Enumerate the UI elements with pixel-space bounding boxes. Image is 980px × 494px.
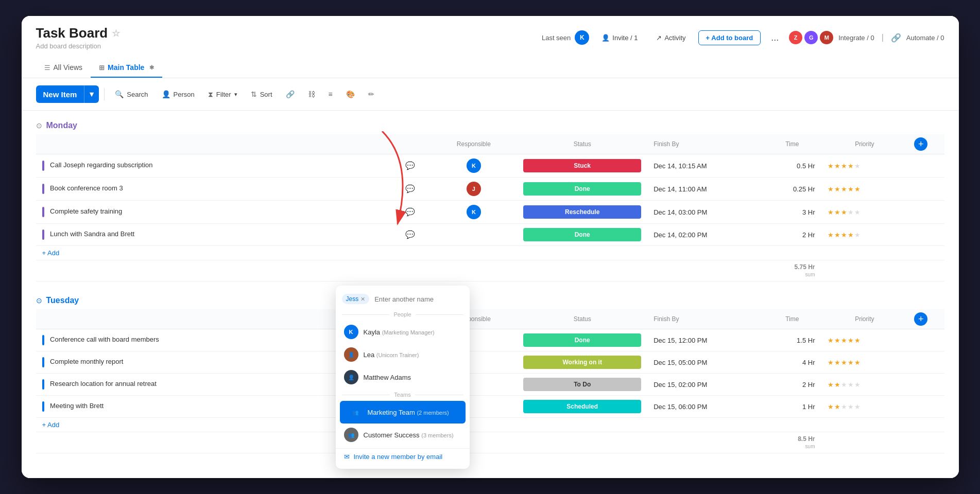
integrate-label[interactable]: Integrate / 0 [838,34,874,42]
tuesday-status-1[interactable]: Done [517,329,647,351]
popup-team-cs[interactable]: 👥 Customer Success (3 members) [336,424,470,446]
chat-icon-1[interactable]: 💬 [405,161,415,170]
tab-all-views-label: All Views [54,63,83,72]
link-icon: 🔗 [286,90,295,98]
monday-status-4[interactable]: Done [517,224,647,246]
monday-bar-1 [42,161,44,171]
monday-status-3[interactable]: Reschedule [517,201,647,224]
rows-button[interactable]: ≡ [323,87,338,101]
remove-person-button[interactable]: ✕ [360,296,365,303]
monday-task-1: Call Joseph regarding subscription [36,154,400,178]
monday-bar-4 [42,230,44,240]
cs-sub: (3 members) [421,432,453,438]
search-label: Search [127,91,148,98]
monday-resp-3[interactable]: K [431,201,518,224]
monday-resp-1[interactable]: K [431,154,518,178]
star-icon[interactable]: ☆ [112,28,120,39]
new-item-button[interactable]: New Item ▾ [36,85,99,103]
th-time-t: Time [763,309,821,329]
more-button[interactable]: ... [767,29,783,46]
filter-label: Filter [216,91,231,98]
popup-invite-row[interactable]: ✉ Invite a new member by email [336,448,470,465]
monday-add-label[interactable]: + Add [36,246,944,260]
popup-person-lea[interactable]: 👤 Lea (Unicorn Trainer) [336,343,470,366]
popup-person-matthew[interactable]: 👤 Matthew Adams [336,366,470,389]
monday-finish-2: Dec 14, 11:00 AM [647,178,763,201]
monday-row-2: Book conference room 3 💬 J Done Dec 14, … [36,178,944,201]
search-button[interactable]: 🔍 Search [110,87,153,101]
person-search-input[interactable] [372,295,463,303]
edit-button[interactable]: ✏ [363,87,380,101]
integrate-icon-1: Z [789,31,802,44]
add-board-button[interactable]: + Add to board [698,30,761,45]
person-button[interactable]: 👤 Person [157,87,200,101]
tuesday-table: Responsible Status Finish By Time Priori… [36,309,944,453]
monday-chat-3[interactable]: 💬 [399,201,430,224]
board-subtitle[interactable]: Add board description [36,42,121,50]
monday-chat-2[interactable]: 💬 [399,178,430,201]
tuesday-add-label[interactable]: + Add [36,418,944,432]
tuesday-finish-4: Dec 15, 06:00 PM [647,396,763,418]
tuesday-priority-1: ★★★★★ [821,329,908,351]
add-column-button[interactable]: + [914,137,927,151]
tuesday-title[interactable]: Tuesday [46,296,79,305]
tuesday-add-row[interactable]: + Add [36,418,944,432]
main-content: ⊙ Monday Responsible Status Finish By Ti… [22,111,959,478]
popup-person-kayla[interactable]: K Kayla (Marketing Manager) [336,321,470,343]
selected-person-tag: Jess ✕ [342,294,370,304]
tuesday-sum-row: 8.5 Hrsum [36,432,944,453]
chat-icon-3[interactable]: 💬 [405,207,415,216]
popup-team-marketing[interactable]: 👥 Marketing Team (2 members) [340,401,466,424]
tuesday-status-3[interactable]: To Do [517,374,647,396]
monday-add-row[interactable]: + Add [36,246,944,260]
tuesday-toggle[interactable]: ⊙ [36,296,42,305]
person-label: Person [174,91,195,98]
tuesday-extra-3 [908,374,944,396]
monday-chat-4[interactable]: 💬 [399,224,430,246]
marketing-name: Marketing Team [368,409,415,416]
automate-label[interactable]: Automate / 0 [906,34,944,42]
monday-chat-1[interactable]: 💬 [399,154,430,178]
tuesday-status-2[interactable]: Working on it [517,351,647,374]
title-area: Task Board ☆ Add board description [36,25,121,50]
monday-resp-4[interactable] [431,224,518,246]
activity-icon: ↗ [656,34,662,42]
chat-icon-4[interactable]: 💬 [405,230,415,239]
person-icon: 👤 [601,34,610,42]
monday-toggle[interactable]: ⊙ [36,121,42,130]
activity-button[interactable]: ↗ Activity [650,31,692,45]
monday-title[interactable]: Monday [46,121,77,130]
palette-button[interactable]: 🎨 [341,87,360,101]
th-add-col-t: + [908,309,944,329]
monday-priority-2: ★★★★★ [821,178,908,201]
stars-1: ★★★★★ [828,162,861,170]
share-button[interactable]: ⛓ [303,87,320,101]
stars-t1: ★★★★★ [828,337,861,344]
monday-extra-3 [908,201,944,224]
header-top: Task Board ☆ Add board description Last … [36,25,944,50]
monday-status-2[interactable]: Done [517,178,647,201]
monday-time-3: 3 Hr [763,201,821,224]
tabs-row: ☰ All Views ⊞ Main Table ✱ [36,56,944,78]
chat-icon-2[interactable]: 💬 [405,184,415,193]
sort-button[interactable]: ⇅ Sort [246,87,278,101]
filter-button[interactable]: ⧗ Filter ▾ [203,87,243,102]
popup-avatar-marketing: 👥 [348,405,363,419]
tab-main-table[interactable]: ⊞ Main Table ✱ [91,58,162,78]
th-finish-t: Finish By [647,309,763,329]
tuesday-status-4[interactable]: Scheduled [517,396,647,418]
monday-priority-4: ★★★★★ [821,224,908,246]
monday-status-1[interactable]: Stuck [517,154,647,178]
board-title: Task Board ☆ [36,25,121,41]
cs-name: Customer Success [364,431,420,439]
invite-button[interactable]: 👤 Invite / 1 [595,31,644,45]
link-button[interactable]: 🔗 [281,87,300,101]
filter-caret: ▾ [234,91,237,98]
monday-resp-2[interactable]: J [431,178,518,201]
new-item-caret[interactable]: ▾ [84,85,99,103]
tab-all-views[interactable]: ☰ All Views [36,58,91,78]
monday-priority-1: ★★★★★ [821,154,908,178]
add-column-button-t[interactable]: + [914,312,927,326]
monday-finish-4: Dec 14, 02:00 PM [647,224,763,246]
th-status-t: Status [517,309,647,329]
